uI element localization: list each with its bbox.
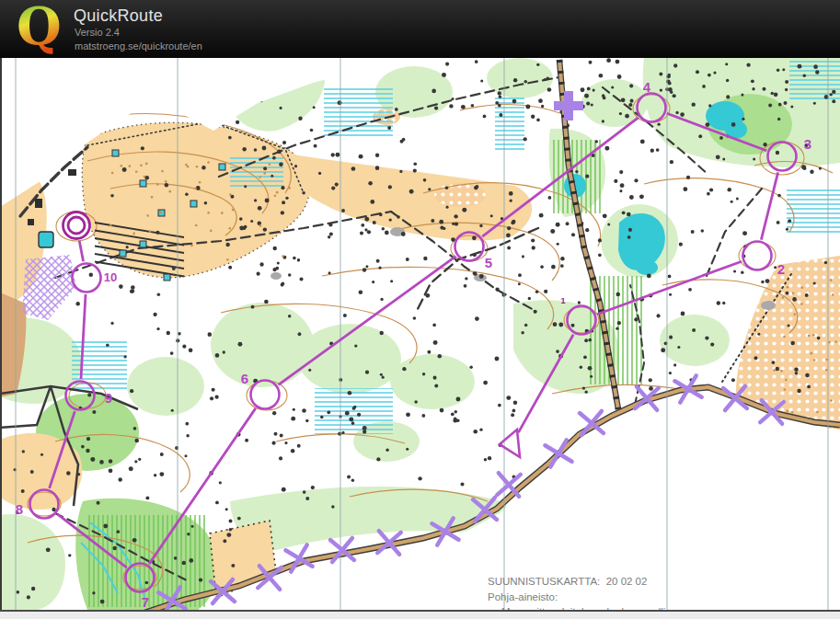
app-version: Versio 2.4	[75, 27, 120, 38]
control-number-4: 4	[643, 79, 651, 95]
map-credit-line-2: Pohja-aineisto:	[488, 591, 558, 602]
control-number-3: 3	[804, 136, 811, 152]
app-header: Q QuickRoute Versio 2.4 matstroeng.se/qu…	[0, 0, 840, 59]
control-number-8: 8	[16, 501, 23, 517]
control-number-2: 2	[777, 261, 785, 277]
control-number-1: 1	[560, 296, 565, 305]
app-url: matstroeng.se/quickroute/en	[75, 40, 202, 52]
control-number-7: 7	[142, 594, 149, 610]
control-number-5: 5	[485, 255, 492, 270]
map-canvas[interactable]: 12345678910	[0, 58, 840, 610]
app-logo-q-icon: Q	[7, 1, 72, 57]
map-viewport[interactable]: 12345678910 SUUNNISTUSKARTTA: 20 02 02 P…	[0, 58, 840, 610]
control-number-6: 6	[241, 371, 248, 386]
control-number-9: 9	[105, 390, 112, 406]
logo-q-glyph: Q	[17, 1, 62, 56]
control-number-10: 10	[104, 270, 117, 284]
quickroute-window: Q QuickRoute Versio 2.4 matstroeng.se/qu…	[0, 0, 840, 619]
app-title: QuickRoute	[74, 6, 163, 26]
map-credit-line-1: SUUNNISTUSKARTTA: 20 02 02	[488, 576, 647, 587]
window-bottom-strip	[0, 610, 840, 619]
